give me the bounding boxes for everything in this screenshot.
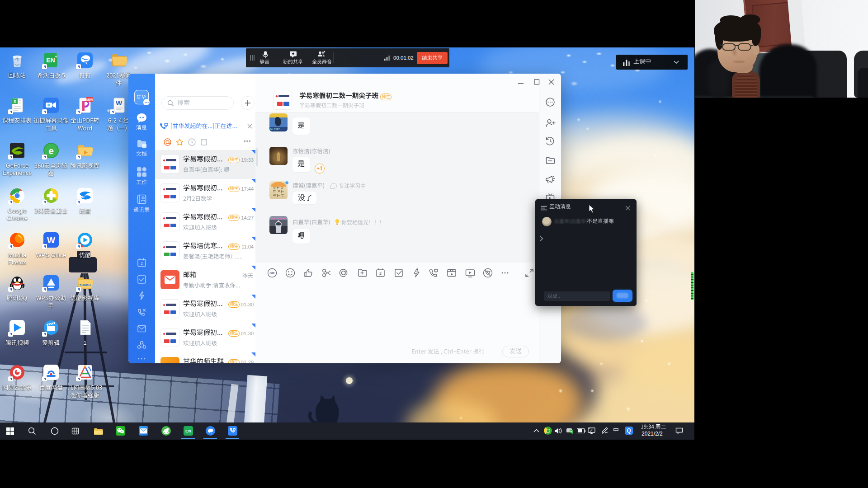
svg-text:GIF: GIF (269, 272, 275, 275)
svg-text:YOUKU: YOUKU (79, 283, 90, 286)
svg-text:+: + (55, 54, 57, 59)
svg-text:2: 2 (379, 271, 382, 276)
svg-text:2: 2 (141, 261, 143, 266)
svg-text:S: S (14, 99, 16, 104)
svg-text:W: W (116, 99, 123, 107)
svg-text:EN: EN (46, 56, 55, 64)
svg-text:W: W (47, 235, 55, 245)
svg-text:NEW: NEW (86, 98, 93, 101)
svg-text:e: e (48, 145, 54, 156)
